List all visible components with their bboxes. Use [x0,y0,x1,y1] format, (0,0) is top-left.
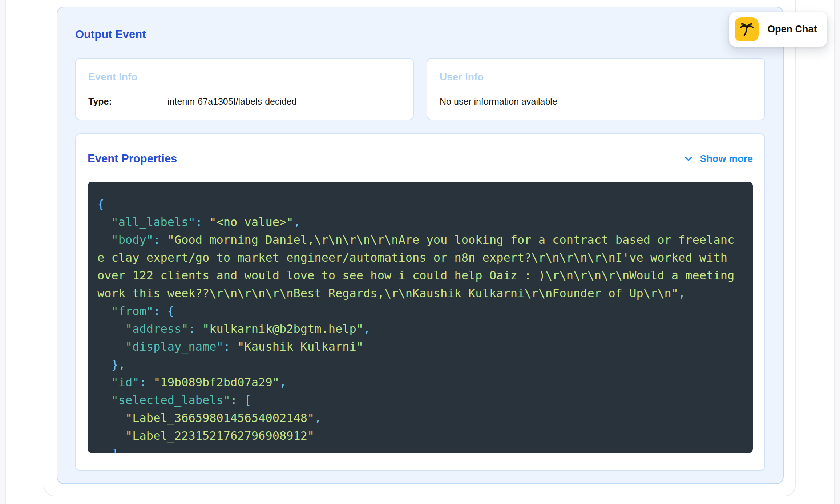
show-more-button[interactable]: Show more [682,153,753,165]
open-chat-label: Open Chat [767,24,817,35]
event-properties-card: Event Properties Show more { "all_labels… [75,133,765,471]
open-chat-button[interactable]: Open Chat [729,12,827,47]
code-line: over 122 clients and would love to see h… [97,267,746,285]
code-line: "address": "kulkarnik@b2bgtm.help", [97,320,746,338]
user-info-title: User Info [440,71,752,83]
event-type-label: Type: [88,96,167,107]
event-properties-title: Event Properties [88,152,177,166]
page-title: Output Event [75,28,765,41]
user-info-card: User Info No user information available [427,58,765,120]
event-info-card: Event Info Type: interim-67a1305f/labels… [75,58,414,120]
event-type-row: Type: interim-67a1305f/labels-decided [88,96,401,107]
show-more-label: Show more [700,153,753,165]
code-line: "display_name": "Kaushik Kulkarni" [97,338,746,356]
code-line: "from": { [97,302,746,320]
code-line: "Label_2231521762796908912" [97,427,746,445]
right-gutter [834,0,840,504]
left-gutter [0,0,6,504]
palm-tree-icon [735,17,759,41]
event-type-value: interim-67a1305f/labels-decided [167,96,297,107]
code-line: "all_labels": "<no value>", [97,213,746,231]
code-line: }, [97,356,746,374]
code-line: "body": "Good morning Daniel,\r\n\r\n\r\… [97,231,746,249]
event-properties-json[interactable]: { "all_labels": "<no value>", "body": "G… [88,182,753,453]
code-line: ], [97,445,746,453]
chevron-down-icon [682,153,695,165]
code-line: e clay expert/go to market engineer/auto… [97,249,746,267]
page: Output Event Event Info Type: interim-67… [0,0,840,504]
info-grid: Event Info Type: interim-67a1305f/labels… [75,58,765,120]
code-line: work this week??\r\n\r\n\r\nBest Regards… [97,285,746,302]
user-info-message: No user information available [440,96,752,107]
output-event-panel: Output Event Event Info Type: interim-67… [57,7,784,484]
code-line: "id": "19b089bf2bd07a29", [97,374,746,391]
event-info-title: Event Info [88,71,401,83]
code-line: { [97,195,746,213]
code-line: "selected_labels": [ [97,391,746,409]
code-line: "Label_3665980145654002148", [97,409,746,427]
event-properties-header: Event Properties Show more [88,151,753,167]
